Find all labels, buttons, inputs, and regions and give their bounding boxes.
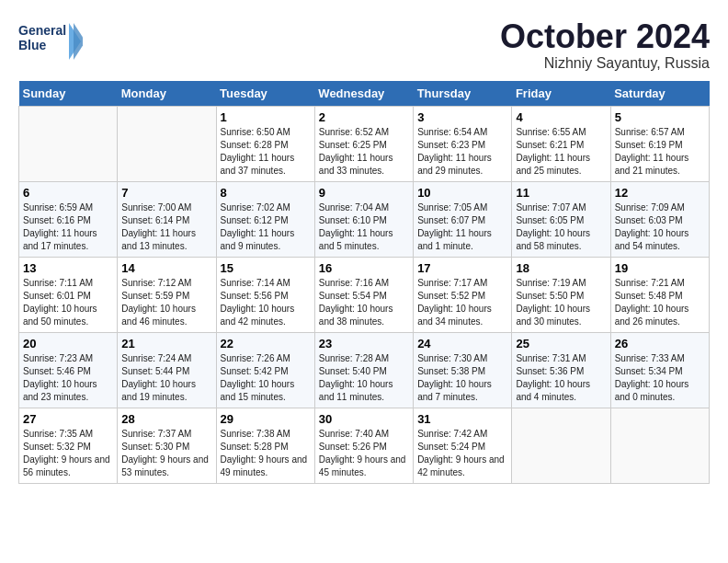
svg-marker-3 bbox=[74, 23, 83, 60]
day-number: 28 bbox=[121, 412, 211, 426]
calendar-cell: 23Sunrise: 7:28 AM Sunset: 5:40 PM Dayli… bbox=[314, 332, 413, 408]
day-content: Sunrise: 6:54 AM Sunset: 6:23 PM Dayligh… bbox=[417, 126, 507, 178]
day-content: Sunrise: 7:35 AM Sunset: 5:32 PM Dayligh… bbox=[23, 428, 113, 479]
svg-text:Blue: Blue bbox=[18, 38, 47, 52]
calendar-cell: 19Sunrise: 7:21 AM Sunset: 5:48 PM Dayli… bbox=[610, 257, 709, 332]
day-header-friday: Friday bbox=[512, 81, 610, 107]
day-content: Sunrise: 7:07 AM Sunset: 6:05 PM Dayligh… bbox=[516, 201, 606, 253]
calendar-cell: 22Sunrise: 7:26 AM Sunset: 5:42 PM Dayli… bbox=[216, 332, 314, 408]
calendar-cell: 3Sunrise: 6:54 AM Sunset: 6:23 PM Daylig… bbox=[414, 106, 512, 181]
day-content: Sunrise: 7:30 AM Sunset: 5:38 PM Dayligh… bbox=[417, 352, 507, 404]
day-content: Sunrise: 7:00 AM Sunset: 6:14 PM Dayligh… bbox=[121, 201, 211, 253]
header: General Blue October 2024 Nizhniy Sayant… bbox=[18, 18, 710, 72]
day-content: Sunrise: 7:24 AM Sunset: 5:44 PM Dayligh… bbox=[121, 352, 211, 404]
calendar-table: SundayMondayTuesdayWednesdayThursdayFrid… bbox=[18, 81, 710, 484]
day-header-saturday: Saturday bbox=[610, 81, 709, 107]
day-number: 19 bbox=[615, 261, 705, 275]
calendar-cell: 14Sunrise: 7:12 AM Sunset: 5:59 PM Dayli… bbox=[118, 257, 216, 332]
day-number: 2 bbox=[319, 110, 409, 124]
day-number: 8 bbox=[221, 186, 311, 200]
day-content: Sunrise: 7:40 AM Sunset: 5:26 PM Dayligh… bbox=[319, 428, 409, 479]
calendar-cell: 12Sunrise: 7:09 AM Sunset: 6:03 PM Dayli… bbox=[610, 181, 709, 257]
calendar-cell: 25Sunrise: 7:31 AM Sunset: 5:36 PM Dayli… bbox=[512, 332, 610, 408]
day-header-thursday: Thursday bbox=[414, 81, 512, 107]
calendar-cell: 4Sunrise: 6:55 AM Sunset: 6:21 PM Daylig… bbox=[512, 106, 610, 181]
day-number: 13 bbox=[23, 261, 113, 275]
day-content: Sunrise: 7:02 AM Sunset: 6:12 PM Dayligh… bbox=[221, 201, 311, 253]
logo-icon: General Blue bbox=[18, 18, 83, 64]
day-header-tuesday: Tuesday bbox=[216, 81, 314, 107]
day-content: Sunrise: 6:52 AM Sunset: 6:25 PM Dayligh… bbox=[319, 126, 409, 178]
calendar-cell: 24Sunrise: 7:30 AM Sunset: 5:38 PM Dayli… bbox=[414, 332, 512, 408]
day-content: Sunrise: 7:17 AM Sunset: 5:52 PM Dayligh… bbox=[417, 277, 507, 328]
calendar-cell: 11Sunrise: 7:07 AM Sunset: 6:05 PM Dayli… bbox=[512, 181, 610, 257]
day-number: 31 bbox=[417, 412, 507, 426]
day-number: 1 bbox=[221, 110, 311, 124]
day-number: 20 bbox=[23, 337, 113, 350]
day-content: Sunrise: 7:33 AM Sunset: 5:34 PM Dayligh… bbox=[615, 352, 705, 404]
location-subtitle: Nizhniy Sayantuy, Russia bbox=[500, 55, 710, 72]
calendar-cell: 31Sunrise: 7:42 AM Sunset: 5:24 PM Dayli… bbox=[414, 408, 512, 483]
day-number: 25 bbox=[516, 337, 606, 350]
day-number: 7 bbox=[121, 186, 211, 200]
calendar-cell: 1Sunrise: 6:50 AM Sunset: 6:28 PM Daylig… bbox=[216, 106, 314, 181]
day-content: Sunrise: 7:26 AM Sunset: 5:42 PM Dayligh… bbox=[221, 352, 311, 404]
day-content: Sunrise: 6:57 AM Sunset: 6:19 PM Dayligh… bbox=[615, 126, 705, 178]
day-number: 10 bbox=[417, 186, 507, 200]
calendar-cell: 27Sunrise: 7:35 AM Sunset: 5:32 PM Dayli… bbox=[19, 408, 118, 483]
calendar-cell: 29Sunrise: 7:38 AM Sunset: 5:28 PM Dayli… bbox=[216, 408, 314, 483]
calendar-cell: 30Sunrise: 7:40 AM Sunset: 5:26 PM Dayli… bbox=[314, 408, 413, 483]
day-number: 15 bbox=[221, 261, 311, 275]
calendar-cell bbox=[610, 408, 709, 483]
day-number: 6 bbox=[23, 186, 113, 200]
title-section: October 2024 Nizhniy Sayantuy, Russia bbox=[500, 18, 710, 72]
calendar-cell: 15Sunrise: 7:14 AM Sunset: 5:56 PM Dayli… bbox=[216, 257, 314, 332]
calendar-cell: 28Sunrise: 7:37 AM Sunset: 5:30 PM Dayli… bbox=[118, 408, 216, 483]
day-content: Sunrise: 7:12 AM Sunset: 5:59 PM Dayligh… bbox=[121, 277, 211, 328]
calendar-cell: 6Sunrise: 6:59 AM Sunset: 6:16 PM Daylig… bbox=[19, 181, 118, 257]
day-number: 26 bbox=[615, 337, 705, 350]
month-title: October 2024 bbox=[500, 18, 710, 55]
calendar-cell: 21Sunrise: 7:24 AM Sunset: 5:44 PM Dayli… bbox=[118, 332, 216, 408]
day-content: Sunrise: 7:16 AM Sunset: 5:54 PM Dayligh… bbox=[319, 277, 409, 328]
day-number: 17 bbox=[417, 261, 507, 275]
day-header-monday: Monday bbox=[118, 81, 216, 107]
calendar-cell: 7Sunrise: 7:00 AM Sunset: 6:14 PM Daylig… bbox=[118, 181, 216, 257]
day-number: 30 bbox=[319, 412, 409, 426]
calendar-cell: 5Sunrise: 6:57 AM Sunset: 6:19 PM Daylig… bbox=[610, 106, 709, 181]
calendar-cell: 8Sunrise: 7:02 AM Sunset: 6:12 PM Daylig… bbox=[216, 181, 314, 257]
day-number: 23 bbox=[319, 337, 409, 350]
day-content: Sunrise: 7:04 AM Sunset: 6:10 PM Dayligh… bbox=[319, 201, 409, 253]
calendar-cell: 9Sunrise: 7:04 AM Sunset: 6:10 PM Daylig… bbox=[314, 181, 413, 257]
day-content: Sunrise: 7:09 AM Sunset: 6:03 PM Dayligh… bbox=[615, 201, 705, 253]
day-content: Sunrise: 6:59 AM Sunset: 6:16 PM Dayligh… bbox=[23, 201, 113, 253]
day-content: Sunrise: 7:21 AM Sunset: 5:48 PM Dayligh… bbox=[615, 277, 705, 328]
day-number: 29 bbox=[221, 412, 311, 426]
calendar-cell bbox=[512, 408, 610, 483]
day-number: 21 bbox=[121, 337, 211, 350]
calendar-cell: 16Sunrise: 7:16 AM Sunset: 5:54 PM Dayli… bbox=[314, 257, 413, 332]
calendar-cell: 13Sunrise: 7:11 AM Sunset: 6:01 PM Dayli… bbox=[19, 257, 118, 332]
calendar-cell: 10Sunrise: 7:05 AM Sunset: 6:07 PM Dayli… bbox=[414, 181, 512, 257]
day-content: Sunrise: 7:23 AM Sunset: 5:46 PM Dayligh… bbox=[23, 352, 113, 404]
day-header-sunday: Sunday bbox=[19, 81, 118, 107]
day-number: 4 bbox=[516, 110, 606, 124]
day-content: Sunrise: 7:14 AM Sunset: 5:56 PM Dayligh… bbox=[221, 277, 311, 328]
day-number: 24 bbox=[417, 337, 507, 350]
day-number: 14 bbox=[121, 261, 211, 275]
calendar-cell: 18Sunrise: 7:19 AM Sunset: 5:50 PM Dayli… bbox=[512, 257, 610, 332]
day-content: Sunrise: 7:05 AM Sunset: 6:07 PM Dayligh… bbox=[417, 201, 507, 253]
day-content: Sunrise: 7:19 AM Sunset: 5:50 PM Dayligh… bbox=[516, 277, 606, 328]
day-content: Sunrise: 6:55 AM Sunset: 6:21 PM Dayligh… bbox=[516, 126, 606, 178]
day-number: 22 bbox=[221, 337, 311, 350]
day-number: 18 bbox=[516, 261, 606, 275]
day-number: 5 bbox=[615, 110, 705, 124]
calendar-cell: 20Sunrise: 7:23 AM Sunset: 5:46 PM Dayli… bbox=[19, 332, 118, 408]
day-content: Sunrise: 6:50 AM Sunset: 6:28 PM Dayligh… bbox=[221, 126, 311, 178]
day-number: 16 bbox=[319, 261, 409, 275]
svg-text:General: General bbox=[18, 23, 66, 38]
day-number: 27 bbox=[23, 412, 113, 426]
day-number: 11 bbox=[516, 186, 606, 200]
day-content: Sunrise: 7:11 AM Sunset: 6:01 PM Dayligh… bbox=[23, 277, 113, 328]
day-content: Sunrise: 7:38 AM Sunset: 5:28 PM Dayligh… bbox=[221, 428, 311, 479]
